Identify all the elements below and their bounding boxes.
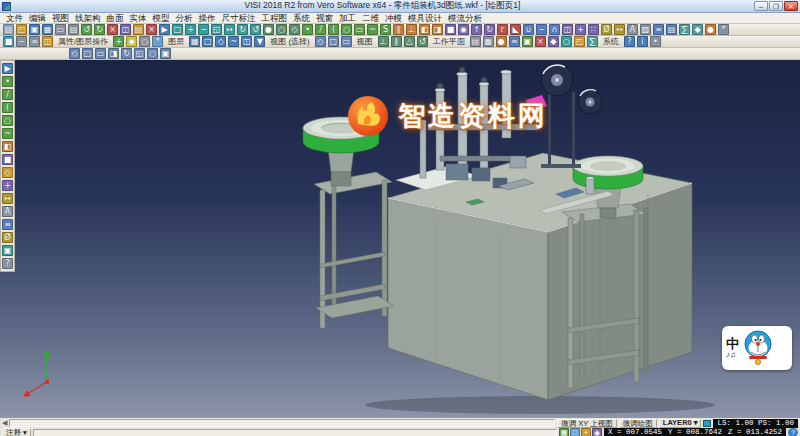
text-tool-icon[interactable]: A: [2, 206, 13, 217]
measure-tool-icon[interactable]: Ø: [2, 232, 13, 243]
point-tool-icon[interactable]: •: [302, 24, 313, 35]
pointer-tool-icon[interactable]: ▶: [2, 63, 13, 74]
ortho-mode-icon[interactable]: □: [570, 428, 580, 436]
layer-manager-icon[interactable]: ≡: [653, 24, 664, 35]
menu-item-分析[interactable]: 分析: [173, 13, 196, 24]
current-color-swatch[interactable]: [703, 420, 711, 427]
workplane-align-icon[interactable]: ∥: [391, 36, 402, 47]
select-filter-icon[interactable]: ▼: [254, 36, 265, 47]
zoom-extents-icon[interactable]: ◱: [134, 48, 145, 59]
zoom-in-icon[interactable]: +: [185, 24, 196, 35]
menu-item-模具设计[interactable]: 模具设计: [405, 13, 445, 24]
zoom-window-icon[interactable]: □: [172, 24, 183, 35]
arc-tool-icon[interactable]: (: [2, 102, 13, 113]
circle-tool-icon[interactable]: ○: [2, 115, 13, 126]
previous-view-icon[interactable]: ↺: [250, 24, 261, 35]
print-icon[interactable]: ▭: [55, 24, 66, 35]
tracking-mode-icon[interactable]: +: [581, 428, 591, 436]
workplane-reset-icon[interactable]: ↺: [417, 36, 428, 47]
shaded-mode-icon[interactable]: ●: [263, 24, 274, 35]
select-window-icon[interactable]: □: [202, 36, 213, 47]
save-all-icon[interactable]: ▦: [42, 24, 53, 35]
layer-freeze-icon[interactable]: *: [152, 36, 163, 47]
help-tool-icon[interactable]: ?: [2, 258, 13, 269]
curve-tool-icon[interactable]: ~: [2, 128, 13, 139]
zoom-out-icon[interactable]: −: [198, 24, 209, 35]
measure-tool-icon[interactable]: Ø: [601, 24, 612, 35]
menu-item-视窗[interactable]: 视窗: [313, 13, 336, 24]
history-back-arrow[interactable]: ◀: [2, 419, 7, 427]
sys-check-icon[interactable]: ▣: [522, 36, 533, 47]
select-color-icon[interactable]: ■: [3, 36, 14, 47]
loft-tool-icon[interactable]: ◨: [432, 24, 443, 35]
layer-new-icon[interactable]: +: [113, 36, 124, 47]
layer-selector[interactable]: LAYER0 ▾: [659, 419, 702, 428]
dimension-tool-icon[interactable]: ↔: [614, 24, 625, 35]
menu-item-冲模[interactable]: 冲模: [382, 13, 405, 24]
workplane-3pt-icon[interactable]: △: [404, 36, 415, 47]
layer-off-icon[interactable]: ○: [139, 36, 150, 47]
info-icon[interactable]: i: [637, 36, 648, 47]
line-type-icon[interactable]: −: [16, 36, 27, 47]
hidden-line-mode-icon[interactable]: ◇: [289, 24, 300, 35]
plot-icon[interactable]: ▤: [68, 24, 79, 35]
boolean-intersect-icon[interactable]: ∩: [549, 24, 560, 35]
mirror-tool-icon[interactable]: ◫: [562, 24, 573, 35]
select-chain-icon[interactable]: ~: [228, 36, 239, 47]
about-icon[interactable]: •: [650, 36, 661, 47]
polyline-tool-icon[interactable]: ~: [367, 24, 378, 35]
line-width-icon[interactable]: ≡: [29, 36, 40, 47]
render-icon[interactable]: ●: [705, 24, 716, 35]
sys-open-icon[interactable]: ◰: [574, 36, 585, 47]
menu-item-加工[interactable]: 加工: [336, 13, 359, 24]
select-polygon-icon[interactable]: ◇: [215, 36, 226, 47]
menu-item-实体[interactable]: 实体: [127, 13, 150, 24]
cut-icon[interactable]: ×: [107, 24, 118, 35]
open-file-icon[interactable]: ◰: [16, 24, 27, 35]
rectangle-tool-icon[interactable]: ▭: [354, 24, 365, 35]
array-tool-icon[interactable]: ∷: [588, 24, 599, 35]
fillet-tool-icon[interactable]: r: [497, 24, 508, 35]
redo-icon[interactable]: ↻: [94, 24, 105, 35]
surface-tool-icon[interactable]: ◧: [419, 24, 430, 35]
transform-tool-icon[interactable]: +: [2, 180, 13, 191]
select-invert-icon[interactable]: ◫: [241, 36, 252, 47]
rotate-view-icon[interactable]: ↻: [237, 24, 248, 35]
iso-view-icon[interactable]: ◇: [69, 48, 80, 59]
viewport[interactable]: 智造资料网 中 ♪♫: [0, 60, 800, 417]
maximize-button[interactable]: ❐: [769, 1, 783, 11]
arc-tool-icon[interactable]: (: [328, 24, 339, 35]
sys-database-icon[interactable]: ▤: [470, 36, 481, 47]
menu-item-视图[interactable]: 视图: [49, 13, 72, 24]
sketch-tool-icon[interactable]: ◇: [2, 167, 13, 178]
settings-icon[interactable]: *: [718, 24, 729, 35]
tape-reels[interactable]: [541, 64, 602, 168]
sys-material-icon[interactable]: ◆: [548, 36, 559, 47]
solid-box-tool-icon[interactable]: ■: [445, 24, 456, 35]
layer-on-icon[interactable]: ◉: [126, 36, 137, 47]
snap-mode-indicator[interactable]: 微调 XY 上视图: [557, 419, 617, 428]
menu-item-曲面[interactable]: 曲面: [104, 13, 127, 24]
front-view-icon[interactable]: ▭: [95, 48, 106, 59]
text-tool-icon[interactable]: A: [627, 24, 638, 35]
side-view-icon[interactable]: ◨: [108, 48, 119, 59]
offset-tool-icon[interactable]: ∥: [393, 24, 404, 35]
delete-icon[interactable]: ×: [146, 24, 157, 35]
view-iso-icon[interactable]: ◇: [315, 36, 326, 47]
sys-grid-icon[interactable]: ▦: [483, 36, 494, 47]
minimize-button[interactable]: –: [754, 1, 768, 11]
sys-circle-icon[interactable]: ○: [561, 36, 572, 47]
line-tool-icon[interactable]: /: [2, 89, 13, 100]
material-icon[interactable]: ◆: [692, 24, 703, 35]
copy-icon[interactable]: ◫: [120, 24, 131, 35]
sys-calc-icon[interactable]: ∑: [587, 36, 598, 47]
menu-item-工程图[interactable]: 工程图: [259, 13, 291, 24]
move-tool-icon[interactable]: +: [575, 24, 586, 35]
view-top-icon[interactable]: □: [328, 36, 339, 47]
point-tool-icon[interactable]: •: [2, 76, 13, 87]
chamfer-tool-icon[interactable]: ◣: [510, 24, 521, 35]
trim-tool-icon[interactable]: ⊥: [406, 24, 417, 35]
analysis-icon[interactable]: ∑: [679, 24, 690, 35]
menu-item-编辑[interactable]: 编辑: [26, 13, 49, 24]
save-file-icon[interactable]: ▣: [29, 24, 40, 35]
